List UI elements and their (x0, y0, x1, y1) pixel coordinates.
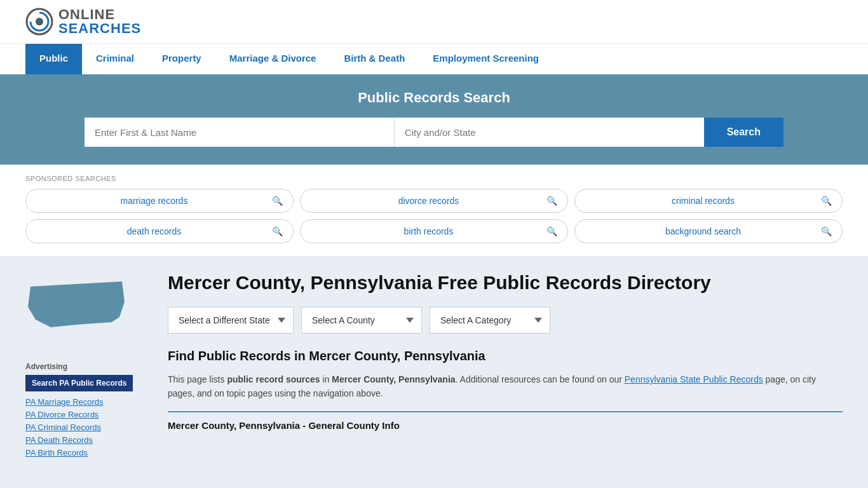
svg-point-2 (37, 20, 41, 24)
logo-icon (25, 8, 53, 36)
svg-marker-3 (28, 281, 125, 327)
nav-item-property[interactable]: Property (148, 44, 215, 74)
sponsored-section: SPONSORED SEARCHES marriage records 🔍 di… (0, 165, 868, 256)
state-map (25, 271, 153, 349)
county-dropdown[interactable]: Select A County (301, 307, 422, 334)
search-icon-marriage: 🔍 (272, 196, 283, 206)
name-input[interactable] (85, 118, 395, 147)
search-icon-death: 🔍 (272, 226, 283, 236)
search-icon-criminal: 🔍 (821, 196, 832, 206)
sponsored-tag-birth[interactable]: birth records 🔍 (300, 219, 568, 243)
search-banner-title: Public Records Search (25, 90, 843, 106)
logo[interactable]: ONLINE SEARCHES (25, 8, 141, 36)
county-title: Mercer County, Pennsylvania Free Public … (168, 271, 843, 294)
nav-item-criminal[interactable]: Criminal (82, 44, 148, 74)
state-records-link[interactable]: Pennsylvania State Public Records (625, 374, 763, 384)
sponsored-tag-divorce[interactable]: divorce records 🔍 (300, 189, 568, 213)
category-dropdown[interactable]: Select A Category (430, 307, 550, 334)
location-input[interactable] (395, 118, 704, 147)
sponsored-tag-background[interactable]: background search 🔍 (574, 219, 843, 243)
find-records-title: Find Public Records in Mercer County, Pe… (168, 349, 843, 363)
sponsored-tag-criminal-text: criminal records (585, 196, 821, 206)
nav-item-employment[interactable]: Employment Screening (419, 44, 553, 74)
content-paragraph: This page lists public record sources in… (168, 372, 843, 401)
advertising-label: Advertising (25, 362, 153, 371)
logo-searches-text: SEARCHES (58, 22, 141, 36)
logo-online-text: ONLINE (58, 8, 141, 22)
search-banner: Public Records Search Search (0, 74, 868, 165)
main-content: Advertising Search PA Public Records PA … (0, 256, 868, 475)
sponsored-tag-criminal[interactable]: criminal records 🔍 (574, 189, 843, 213)
pennsylvania-map-icon (25, 271, 127, 348)
county-info-title: Mercer County, Pennsylvania - General Co… (168, 420, 843, 431)
state-dropdown[interactable]: Select a Different State (168, 307, 294, 334)
sponsored-tag-death-text: death records (36, 226, 272, 236)
search-icon-background: 🔍 (821, 226, 832, 236)
sponsored-tag-birth-text: birth records (311, 226, 546, 236)
sidebar-link-death[interactable]: PA Death Records (25, 435, 93, 445)
sponsored-tag-death[interactable]: death records 🔍 (25, 219, 294, 243)
main-nav: Public Criminal Property Marriage & Divo… (0, 43, 868, 74)
section-divider (168, 411, 843, 412)
sponsored-grid: marriage records 🔍 divorce records 🔍 cri… (25, 189, 843, 243)
sponsored-tag-divorce-text: divorce records (311, 196, 546, 206)
sidebar-link-marriage[interactable]: PA Marriage Records (25, 397, 104, 407)
logo-text: ONLINE SEARCHES (58, 8, 141, 36)
county-content: Mercer County, Pennsylvania Free Public … (168, 271, 843, 460)
sponsored-tag-background-text: background search (585, 226, 821, 236)
search-button[interactable]: Search (704, 118, 783, 147)
site-header: ONLINE SEARCHES (0, 0, 868, 43)
sidebar-link-criminal[interactable]: PA Criminal Records (25, 423, 101, 432)
nav-item-marriage-divorce[interactable]: Marriage & Divorce (215, 44, 330, 74)
sidebar-link-birth[interactable]: PA Birth Records (25, 448, 88, 458)
dropdowns-row: Select a Different State Select A County… (168, 307, 843, 334)
search-icon-birth: 🔍 (546, 226, 557, 236)
sponsored-label: SPONSORED SEARCHES (25, 175, 843, 182)
nav-item-birth-death[interactable]: Birth & Death (330, 44, 419, 74)
search-form: Search (85, 118, 783, 147)
sponsored-tag-marriage-text: marriage records (36, 196, 272, 206)
search-icon-divorce: 🔍 (546, 196, 557, 206)
sidebar-links: PA Marriage Records PA Divorce Records P… (25, 396, 153, 458)
sponsored-tag-marriage[interactable]: marriage records 🔍 (25, 189, 294, 213)
sidebar: Advertising Search PA Public Records PA … (25, 271, 153, 460)
ad-button[interactable]: Search PA Public Records (25, 375, 133, 391)
sidebar-link-divorce[interactable]: PA Divorce Records (25, 410, 98, 419)
nav-item-public[interactable]: Public (25, 44, 82, 74)
